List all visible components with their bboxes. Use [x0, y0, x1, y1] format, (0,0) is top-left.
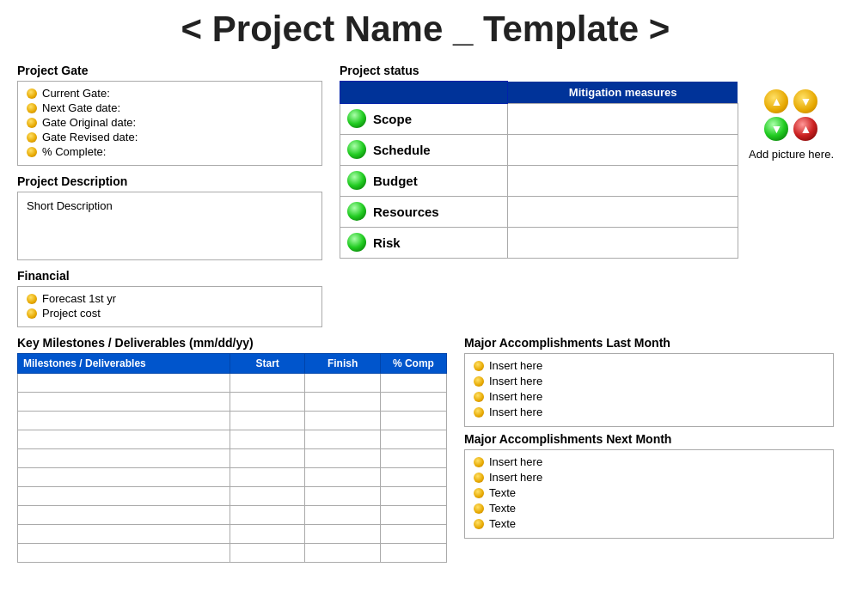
milestones-col-start: Start [230, 354, 304, 374]
status-label-resources: Resources [340, 196, 508, 227]
milestone-cell [18, 487, 230, 506]
milestone-cell [230, 544, 304, 563]
accomplishments-column: Major Accomplishments Last Month Insert … [464, 336, 834, 563]
bullet-icon [474, 473, 484, 483]
mitigation-budget [507, 165, 738, 196]
status-label-scope: Scope [340, 103, 508, 134]
milestone-cell [18, 430, 230, 449]
accomplishment-last-item: Insert here [474, 390, 824, 403]
bullet-icon [27, 118, 37, 128]
green-circle-scope [347, 109, 366, 128]
accomplishment-last-text: Insert here [489, 359, 542, 372]
milestone-cell [380, 468, 446, 487]
arrow-up-red-icon: ▲ [793, 117, 817, 141]
status-row-schedule: Schedule [340, 134, 738, 165]
bullet-icon [27, 132, 37, 143]
status-row-resources: Resources [340, 196, 738, 227]
milestone-row [18, 506, 447, 525]
milestone-cell [18, 374, 230, 393]
description-text: Short Description [27, 199, 113, 212]
milestone-cell [18, 449, 230, 468]
milestone-row [18, 374, 447, 393]
milestone-cell [230, 468, 304, 487]
project-description-heading: Project Description [17, 174, 322, 188]
left-column: Project Gate Current Gate: Next Gate dat… [17, 64, 322, 327]
milestone-row [18, 525, 447, 544]
financial-box: Forecast 1st yr Project cost [17, 286, 322, 327]
milestone-cell [230, 374, 304, 393]
status-icons-panel: ▲ ▼ ▼ ▲ Add picture here. [749, 64, 834, 161]
mitigation-resources [507, 196, 738, 227]
budget-label: Budget [373, 174, 418, 188]
scope-label: Scope [373, 112, 412, 126]
right-column: Project status Mitigation measures [340, 64, 834, 259]
gate-label-2: Next Gate date: [42, 101, 120, 114]
milestones-header-row: Milestones / Deliverables Start Finish %… [18, 354, 447, 374]
accomplishment-next-text: Insert here [489, 455, 542, 468]
status-table-wrap: Project status Mitigation measures [340, 64, 738, 259]
milestone-row [18, 430, 447, 449]
milestone-cell [305, 487, 380, 506]
arrow-up-yellow-icon: ▲ [764, 89, 788, 113]
accomplishment-last-item: Insert here [474, 406, 824, 418]
bullet-icon [27, 294, 37, 304]
milestone-cell [18, 393, 230, 412]
milestone-cell [305, 506, 380, 525]
bottom-layout: Key Milestones / Deliverables (mm/dd/yy)… [17, 336, 834, 563]
resources-label: Resources [373, 204, 439, 219]
milestone-cell [305, 449, 380, 468]
status-label-budget: Budget [340, 165, 508, 196]
milestone-cell [380, 506, 446, 525]
milestone-cell [18, 412, 230, 430]
status-table: Mitigation measures Scope [340, 81, 738, 259]
milestones-col-comp: % Comp [380, 354, 446, 374]
milestone-cell [18, 544, 230, 563]
arrow-down-yellow-icon: ▼ [793, 89, 817, 113]
financial-label-2: Project cost [42, 307, 101, 320]
milestone-row [18, 544, 447, 563]
gate-item-5: % Complete: [27, 145, 313, 158]
project-gate-box: Current Gate: Next Gate date: Gate Origi… [17, 81, 322, 166]
milestone-cell [230, 487, 304, 506]
milestone-cell [230, 506, 304, 525]
accomplishment-next-item: Texte [474, 486, 824, 499]
milestone-cell [380, 412, 446, 430]
accomplishment-next-item: Texte [474, 517, 824, 530]
milestone-cell [18, 525, 230, 544]
arrow-down-green-icon: ▼ [764, 117, 788, 141]
project-description-box: Short Description [17, 192, 322, 260]
status-col-header-empty [340, 82, 508, 104]
mitigation-header: Mitigation measures [507, 82, 738, 104]
gate-label-3: Gate Original date: [42, 116, 136, 129]
schedule-label: Schedule [373, 143, 431, 157]
financial-label-1: Forecast 1st yr [42, 292, 116, 305]
accomplishment-next-item: Insert here [474, 455, 824, 468]
milestone-cell [230, 412, 304, 430]
bullet-icon [474, 361, 484, 371]
milestone-row [18, 468, 447, 487]
milestone-cell [380, 525, 446, 544]
status-row-risk: Risk [340, 227, 738, 258]
milestone-cell [380, 430, 446, 449]
milestone-cell [18, 506, 230, 525]
milestone-cell [305, 468, 380, 487]
milestone-cell [230, 449, 304, 468]
status-label-schedule: Schedule [340, 134, 508, 165]
bullet-icon [474, 519, 484, 529]
milestone-cell [305, 525, 380, 544]
accomplishments-last-heading: Major Accomplishments Last Month [464, 336, 834, 350]
bullet-icon [27, 308, 37, 319]
milestone-cell [18, 468, 230, 487]
milestone-cell [380, 487, 446, 506]
milestone-cell [305, 430, 380, 449]
bullet-icon [474, 457, 484, 467]
gate-label-1: Current Gate: [42, 87, 110, 100]
accomplishment-next-item: Texte [474, 502, 824, 515]
financial-item-2: Project cost [27, 307, 313, 320]
mitigation-scope [507, 103, 738, 134]
milestone-cell [305, 374, 380, 393]
gate-item-2: Next Gate date: [27, 101, 313, 114]
accomplishment-last-text: Insert here [489, 375, 542, 387]
accomplishment-last-text: Insert here [489, 406, 542, 418]
mitigation-schedule [507, 134, 738, 165]
